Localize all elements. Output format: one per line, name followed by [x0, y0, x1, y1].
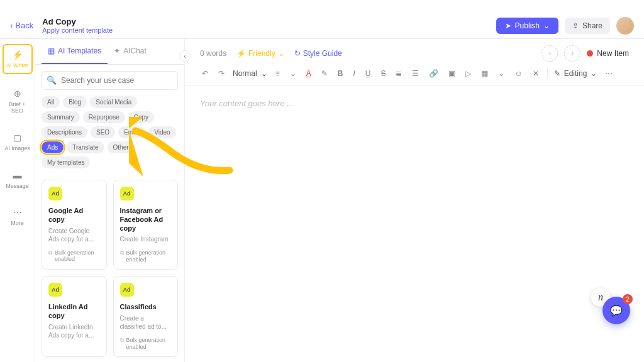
rail-message[interactable]: ▬ Message: [3, 166, 33, 194]
filter-chip-my-templates[interactable]: My templates: [42, 156, 90, 168]
style-guide-button[interactable]: ↻ Style Guide: [294, 49, 342, 58]
ad-icon: Ad: [120, 283, 134, 297]
redo-button[interactable]: ↷: [216, 68, 226, 79]
video-button[interactable]: ▷: [464, 68, 473, 79]
italic-button[interactable]: I: [351, 68, 357, 79]
target-icon: ⊕: [12, 88, 23, 99]
ad-icon: Ad: [120, 187, 134, 200]
collapse-panel-button[interactable]: ‹: [179, 50, 191, 62]
back-label: Back: [15, 21, 33, 30]
filter-chip-blog[interactable]: Blog: [63, 96, 87, 108]
undo-button[interactable]: ↶: [200, 68, 210, 79]
pencil-icon: ✎: [554, 69, 560, 78]
filter-chip-social-media[interactable]: Social Media: [90, 96, 137, 108]
status-selector[interactable]: New Item: [587, 49, 629, 58]
filter-chip-repurpose[interactable]: Repurpose: [83, 111, 125, 123]
search-input[interactable]: [42, 71, 178, 90]
filter-chip-copy[interactable]: Copy: [128, 111, 154, 123]
tab-aichat[interactable]: ✦ AIChat: [108, 39, 153, 64]
editing-label: Editing: [564, 69, 587, 78]
rail-more[interactable]: ⋯ More: [3, 203, 33, 231]
templates-panel: ‹ ▦ AI Templates ✦ AIChat 🔍 AllBlogSocia…: [35, 39, 185, 362]
back-button[interactable]: ‹ Back: [10, 21, 33, 30]
editor-toolbar: ↶ ↷ Normal ⌄ ≡ ⌄ A ✎ B I U S ≣ ☰ 🔗 ▣ ▷ ▦: [185, 62, 644, 86]
grid-icon: ▦: [48, 47, 55, 55]
strike-button[interactable]: S: [379, 68, 387, 79]
publish-button[interactable]: ➤ Publish ⌄: [496, 18, 558, 34]
align-button[interactable]: ≡: [274, 68, 282, 79]
upload-icon: ⇪: [572, 21, 579, 30]
link-button[interactable]: 🔗: [427, 68, 440, 79]
left-rail: ⚡ AI Writer ⊕ Brief + SEO ▢ AI Images ▬ …: [0, 39, 35, 362]
bullet-list-button[interactable]: ≣: [394, 68, 404, 79]
bolt-icon: ⚡: [236, 49, 246, 58]
numbered-list-button[interactable]: ☰: [410, 68, 421, 79]
filter-chip-all[interactable]: All: [42, 96, 60, 108]
editor-content[interactable]: Your content goes here ...: [185, 86, 644, 362]
template-card[interactable]: AdClassifiedsCreate a classified ad to..…: [113, 276, 179, 357]
chevron-down-icon[interactable]: ⌄: [288, 68, 298, 79]
template-card[interactable]: AdLinkedIn Ad copyCreate LinkedIn Ads co…: [42, 276, 107, 357]
emoji-button[interactable]: ☺: [513, 68, 524, 79]
template-cards: AdGoogle Ad copyCreate Google Ads copy f…: [35, 175, 184, 362]
image-icon: ▢: [12, 132, 23, 143]
card-desc: Create a classified ad to...: [120, 314, 172, 331]
filter-chip-ads[interactable]: Ads: [42, 141, 64, 153]
add-collaborator-button-2[interactable]: +: [564, 45, 580, 62]
bolt-icon: ⚡: [12, 49, 23, 60]
filter-chip-seo[interactable]: SEO: [91, 126, 115, 138]
chevron-down-icon[interactable]: ⌄: [496, 68, 506, 79]
tone-label: Friendly: [248, 49, 275, 58]
format-label: Normal: [233, 69, 257, 78]
user-avatar[interactable]: [616, 17, 634, 35]
share-label: Share: [582, 21, 602, 30]
template-card[interactable]: AdGoogle Ad copyCreate Google Ads copy f…: [42, 180, 107, 270]
rail-brief-seo[interactable]: ⊕ Brief + SEO: [3, 84, 33, 118]
status-label: New Item: [597, 49, 629, 58]
editing-mode-select[interactable]: ✎ Editing ⌄: [554, 69, 597, 78]
tab-label: AI Templates: [58, 47, 101, 55]
header-title-block: Ad Copy Apply content template: [42, 17, 113, 34]
bold-button[interactable]: B: [336, 68, 345, 79]
text-color-button[interactable]: A: [304, 68, 313, 79]
clear-format-button[interactable]: ✕: [531, 68, 541, 79]
rail-label: AI Writer: [6, 63, 28, 69]
paragraph-style-select[interactable]: Normal ⌄: [233, 69, 267, 78]
copy-icon: ⧉: [48, 250, 52, 256]
bulk-badge: ⧉Bulk generation enabled: [120, 337, 172, 351]
rail-label: Message: [6, 184, 29, 190]
card-title: LinkedIn Ad copy: [48, 303, 100, 321]
ad-icon: Ad: [48, 187, 62, 200]
more-tools-button[interactable]: ⋯: [603, 68, 614, 79]
rail-ai-writer[interactable]: ⚡ AI Writer: [3, 44, 33, 74]
filter-chip-descriptions[interactable]: Descriptions: [42, 126, 87, 138]
card-desc: Create Instagram: [120, 235, 172, 243]
filter-chip-email[interactable]: Email: [118, 126, 145, 138]
apply-template-link[interactable]: Apply content template: [42, 26, 113, 34]
image-button[interactable]: ▣: [447, 68, 457, 79]
ad-icon: Ad: [48, 283, 62, 297]
rocket-icon: ➤: [505, 21, 511, 30]
editor-area: 0 words ⚡ Friendly ⌄ ↻ Style Guide + + N…: [185, 39, 644, 362]
underline-button[interactable]: U: [364, 68, 373, 79]
table-button[interactable]: ▦: [479, 68, 490, 79]
highlight-button[interactable]: ✎: [319, 68, 330, 79]
tab-label: AIChat: [123, 47, 147, 55]
tab-ai-templates[interactable]: ▦ AI Templates: [42, 39, 108, 64]
card-desc: Create Google Ads copy for a...: [48, 227, 100, 243]
filter-chip-video[interactable]: Video: [148, 126, 175, 138]
add-collaborator-button[interactable]: +: [541, 45, 558, 62]
word-count: 0 words: [200, 49, 226, 58]
chat-fab[interactable]: 💬 2: [602, 297, 630, 324]
tone-selector[interactable]: ⚡ Friendly ⌄: [236, 49, 284, 58]
chevron-down-icon: ⌄: [591, 69, 597, 78]
card-title: Instagram or Facebook Ad copy: [120, 207, 172, 233]
filter-chip-translate[interactable]: Translate: [67, 141, 104, 153]
filter-chip-other[interactable]: Other: [108, 141, 135, 153]
rail-ai-images[interactable]: ▢ AI Images: [3, 128, 33, 156]
share-button[interactable]: ⇪ Share: [565, 18, 610, 34]
filter-chip-summary[interactable]: Summary: [42, 111, 80, 123]
template-card[interactable]: AdInstagram or Facebook Ad copyCreate In…: [113, 180, 179, 270]
rail-label: AI Images: [4, 146, 30, 152]
card-title: Classifieds: [120, 303, 172, 312]
